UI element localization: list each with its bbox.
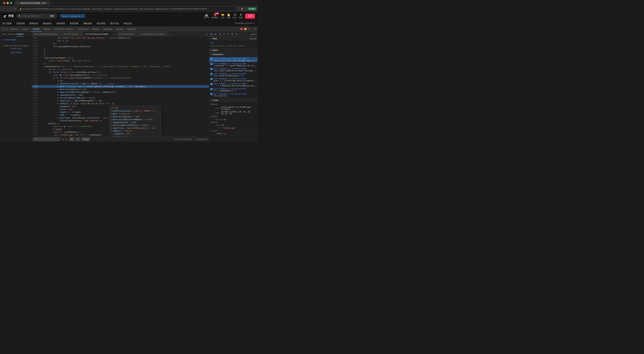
step-out-btn[interactable]: ⬆ xyxy=(222,32,226,36)
settings-icon[interactable]: ⚙ xyxy=(248,28,250,30)
call-stack-header[interactable]: ▼ Main paused xyxy=(209,37,258,41)
file-tab-more[interactable]: × xyxy=(113,33,117,35)
step-into-btn[interactable]: ⬇ xyxy=(218,32,222,36)
scope-block-3[interactable]: ▼ Block xyxy=(209,121,258,124)
back-button[interactable]: ← xyxy=(1,7,6,11)
header-icon-message[interactable]: ✉ 私信 xyxy=(233,13,236,19)
new-snippet-button[interactable]: + + New snippet xyxy=(1,38,30,42)
header-icon-upload[interactable]: ⬆ 投稿 xyxy=(239,13,242,19)
sidebar-add-btn[interactable]: + xyxy=(28,32,32,37)
call-stack-item-main[interactable]: Main xyxy=(209,41,258,44)
deactivate-breakpoints-btn[interactable]: ⏸ xyxy=(230,32,234,36)
bp-checkbox-6[interactable] xyxy=(210,83,212,85)
file-tab-4[interactable]: 9713.dbebd734.js × xyxy=(117,32,138,37)
extension-icon[interactable]: ⚡ xyxy=(241,8,243,10)
dont-pause-exceptions-btn[interactable]: ⑧ xyxy=(235,32,238,36)
bp-checkbox-3[interactable] xyxy=(210,68,212,70)
new-tab-button[interactable]: + xyxy=(50,1,53,5)
nav-item-console[interactable]: 主机游戏 xyxy=(16,22,25,25)
match-case-button[interactable]: Aa xyxy=(69,137,74,141)
tab-perf-insights[interactable]: Performance insights ⚠ xyxy=(52,27,76,32)
nav-item-strategy[interactable]: 策略游戏 xyxy=(83,22,92,25)
file-tab-overflow[interactable]: » xyxy=(168,33,172,35)
resume-btn[interactable]: ▶ xyxy=(210,32,213,36)
nav-item-board[interactable]: 棋牌桌游 xyxy=(30,22,38,25)
file-tab-2-close[interactable]: × xyxy=(80,33,81,35)
file-tab-5-close[interactable]: × xyxy=(165,33,166,35)
find-prev-icon[interactable]: ▲ xyxy=(62,138,64,140)
header-icon-collab[interactable]: 🤝 合作 xyxy=(221,13,224,19)
tab-performance[interactable]: Performance xyxy=(76,27,90,32)
tab-network[interactable]: Network xyxy=(42,27,52,32)
step-btn[interactable]: ↗ xyxy=(226,32,230,36)
step-over-btn[interactable]: ⏭ xyxy=(214,32,218,36)
address-bar[interactable]: 🔒 live.douyin.com/369223145055?cover_typ… xyxy=(18,7,236,11)
bp-checkbox-7[interactable] xyxy=(210,88,212,90)
tab-elements[interactable]: Elements xyxy=(8,27,20,32)
bp-checkbox-1[interactable] xyxy=(210,58,212,60)
play-icon[interactable]: ▶ xyxy=(79,15,80,17)
bp-checkbox-8[interactable] xyxy=(210,93,212,95)
menu-icon[interactable]: ⋮ xyxy=(244,8,246,10)
resume-icon[interactable]: ⏸ xyxy=(82,15,83,17)
bp-checkbox-2[interactable] xyxy=(210,63,212,65)
search-button[interactable]: 搜索 xyxy=(49,15,55,18)
tab-application[interactable]: Application xyxy=(101,27,114,32)
nav-item-role[interactable]: 角色扮演 xyxy=(43,22,52,25)
detach-icon[interactable]: ✕ xyxy=(254,28,256,30)
breakpoints-header[interactable]: ▼ Breakpoints xyxy=(209,52,258,56)
tab-filesystem[interactable]: Filesystem xyxy=(8,32,16,37)
nav-item-fps[interactable]: 射击游戏 xyxy=(96,22,105,25)
file-tab-3-close[interactable]: × xyxy=(110,33,111,35)
scope-block-1[interactable]: ▼ Block xyxy=(209,103,258,106)
refresh-button[interactable]: ↻ xyxy=(13,7,17,11)
learn-more-link[interactable]: Learn more xyxy=(1,51,30,54)
nav-item-esport[interactable]: 竞技游戏 xyxy=(70,22,78,25)
file-tab-4-close[interactable]: × xyxy=(135,33,136,35)
maximize-btn[interactable] xyxy=(10,2,12,4)
dt-tab-icon2[interactable]: ⊡ xyxy=(5,27,8,32)
file-tab-5[interactable]: 9713.dbebd734.js:formatted × xyxy=(138,32,168,37)
find-input[interactable] xyxy=(33,137,60,141)
bp-checkbox-5[interactable] xyxy=(210,78,212,80)
active-tab[interactable]: 🎵 屏超说艺考的抖音直播间 - 抖音 × xyxy=(15,1,50,5)
bp-checkbox-4[interactable] xyxy=(210,73,212,75)
nav-item-casual[interactable]: 休闲游戏 xyxy=(56,22,65,25)
close-btn[interactable] xyxy=(3,2,5,4)
sidebar-more-btn[interactable]: » xyxy=(24,32,28,37)
nav-item-ent[interactable]: 娱乐天地 xyxy=(110,22,119,25)
file-tab-1[interactable]: 5527.470083e2.js:formatted × xyxy=(32,32,62,37)
code-content[interactable]: 2289 this.info("from Cache emit Message … xyxy=(32,37,209,137)
scope-block-2[interactable]: ▼ Block xyxy=(209,115,258,118)
tab-page[interactable]: Page xyxy=(0,32,8,37)
more-icon[interactable]: ⋮ xyxy=(251,28,253,30)
header-icon-client[interactable]: 💻 客户端 xyxy=(204,13,209,19)
tab-snippets[interactable]: Snippets xyxy=(16,32,24,37)
minimize-btn[interactable] xyxy=(7,2,9,4)
tab-sources[interactable]: Sources xyxy=(31,27,42,32)
scope-header[interactable]: ▼ Scope xyxy=(209,98,258,102)
nav-item-hot[interactable]: 热门直播 xyxy=(3,22,12,25)
forward-button[interactable]: → xyxy=(7,7,12,11)
regex-button[interactable]: .* xyxy=(76,137,80,141)
file-tab-3[interactable]: 2111.871731ea.js:formatted × xyxy=(83,32,113,37)
dt-tab-icon1[interactable]: ⟲ xyxy=(1,27,5,32)
find-next-icon[interactable]: ▼ xyxy=(65,138,68,140)
tab-console[interactable]: Console xyxy=(20,27,31,32)
file-tab-2[interactable]: 2111.871731ea.js × xyxy=(62,32,83,37)
search-input[interactable] xyxy=(22,15,48,17)
file-tab-1-close[interactable]: × xyxy=(58,33,60,35)
nav-item-tech[interactable]: 科技文化 xyxy=(124,22,132,25)
watch-header[interactable]: ▶ Watch xyxy=(209,48,258,52)
tab-security[interactable]: Security xyxy=(114,27,125,32)
login-button[interactable]: 登录 xyxy=(245,14,255,19)
tab-memory[interactable]: Memory xyxy=(90,27,101,32)
search-box[interactable]: 🔍 搜索 xyxy=(16,14,57,19)
header-icon-notify[interactable]: 🔔 通知 xyxy=(227,13,230,19)
bookmark-icon[interactable]: ☆ xyxy=(238,8,240,10)
call-stack-item-sw[interactable]: service-worker.js #0 (activated) xyxy=(209,44,258,47)
header-icon-bookmark[interactable]: NEW 🔖 收藏网页 xyxy=(212,13,218,19)
scope-local[interactable]: ▼ Local xyxy=(209,129,258,132)
pretty-print-icon[interactable]: { } xyxy=(206,33,208,35)
tab-close-btn[interactable]: × xyxy=(47,2,48,4)
